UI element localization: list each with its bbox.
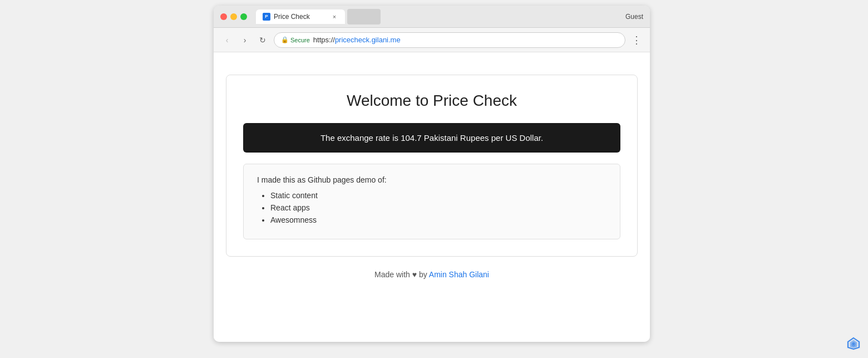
- url-prefix: https://: [313, 36, 335, 44]
- refresh-button[interactable]: ↻: [256, 33, 269, 47]
- welcome-title: Welcome to Price Check: [243, 92, 620, 110]
- tab-close-button[interactable]: ×: [331, 13, 338, 21]
- svg-text:®: ®: [852, 342, 856, 347]
- secure-badge: 🔒 Secure: [281, 36, 310, 43]
- title-bar: P Price Check × Guest: [214, 6, 650, 28]
- traffic-lights: [220, 13, 247, 20]
- info-box: I made this as Github pages demo of: Sta…: [243, 164, 620, 239]
- close-button[interactable]: [220, 13, 227, 20]
- url-domain: pricecheck.gilani.me: [335, 36, 401, 44]
- nav-bar: ‹ › ↻ 🔒 Secure https://pricecheck.gilani…: [214, 28, 650, 52]
- info-list: Static content React apps Awesomness: [257, 191, 606, 224]
- guest-label: Guest: [625, 13, 643, 21]
- address-bar[interactable]: 🔒 Secure https://pricecheck.gilani.me: [274, 32, 625, 48]
- forward-button[interactable]: ›: [238, 33, 251, 47]
- page-content: Welcome to Price Check The exchange rate…: [214, 52, 650, 342]
- back-button[interactable]: ‹: [220, 33, 234, 47]
- url-text: https://pricecheck.gilani.me: [313, 36, 401, 44]
- secure-label: Secure: [290, 37, 310, 43]
- list-item: Awesomness: [270, 215, 606, 224]
- footer-link[interactable]: Amin Shah Gilani: [429, 270, 489, 279]
- list-item: Static content: [270, 191, 606, 200]
- footer: Made with ♥ by Amin Shah Gilani: [374, 270, 489, 279]
- bottom-right-icon: ®: [846, 336, 861, 351]
- browser-window: P Price Check × Guest ‹ › ↻ 🔒 Secure htt…: [214, 6, 650, 342]
- main-card: Welcome to Price Check The exchange rate…: [226, 75, 638, 257]
- tab-title: Price Check: [274, 13, 310, 21]
- list-item: React apps: [270, 203, 606, 212]
- lock-icon: 🔒: [281, 36, 289, 43]
- more-options-button[interactable]: ⋮: [630, 33, 643, 47]
- footer-text: Made with ♥ by: [374, 270, 429, 279]
- minimize-button[interactable]: [230, 13, 237, 20]
- tab-area: P Price Check ×: [256, 9, 643, 24]
- new-tab-area: [347, 9, 381, 24]
- info-intro: I made this as Github pages demo of:: [257, 175, 606, 184]
- tab-favicon: P: [263, 13, 270, 21]
- exchange-banner: The exchange rate is 104.7 Pakistani Rup…: [243, 123, 620, 153]
- topaz-logo-icon: ®: [846, 336, 861, 351]
- active-tab[interactable]: P Price Check ×: [256, 9, 345, 24]
- maximize-button[interactable]: [240, 13, 247, 20]
